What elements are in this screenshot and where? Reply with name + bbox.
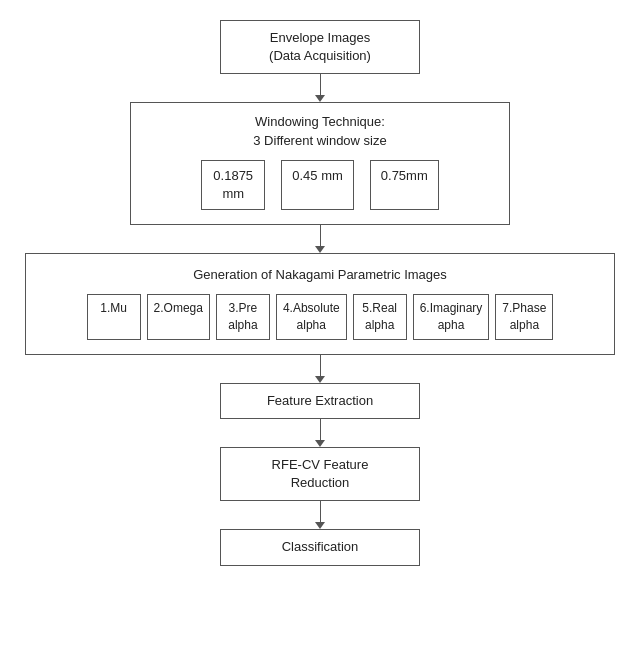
feature-extraction-label: Feature Extraction (267, 393, 373, 408)
arrow-3 (315, 355, 325, 383)
arrow-head (315, 246, 325, 253)
arrow-1 (315, 74, 325, 102)
param-boxes: 1.Mu 2.Omega 3.Prealpha 4.Absolutealpha … (87, 294, 554, 340)
arrow-head (315, 522, 325, 529)
param-pre-alpha: 3.Prealpha (216, 294, 270, 340)
arrow-head (315, 376, 325, 383)
window-size-3: 0.75mm (370, 160, 439, 210)
arrow-2 (315, 225, 325, 253)
param-real-alpha: 5.Realalpha (353, 294, 407, 340)
rfe-label: RFE-CV FeatureReduction (272, 457, 369, 490)
classification-label: Classification (282, 539, 359, 554)
arrow-line (320, 225, 321, 246)
arrow-4 (315, 419, 325, 447)
window-sizes: 0.1875mm 0.45 mm 0.75mm (201, 160, 439, 210)
arrow-5 (315, 501, 325, 529)
classification-box: Classification (220, 529, 420, 565)
flowchart: Envelope Images (Data Acquisition) Windo… (20, 20, 620, 566)
windowing-title: Windowing Technique: 3 Different window … (253, 113, 386, 149)
param-omega: 2.Omega (147, 294, 210, 340)
window-size-1: 0.1875mm (201, 160, 265, 210)
param-phase-alpha: 7.Phasealpha (495, 294, 553, 340)
envelope-images-sub: (Data Acquisition) (269, 48, 371, 63)
windowing-box: Windowing Technique: 3 Different window … (130, 102, 510, 225)
windowing-title-line1: Windowing Technique: (255, 114, 385, 129)
windowing-title-line2: 3 Different window size (253, 133, 386, 148)
feature-extraction-box: Feature Extraction (220, 383, 420, 419)
envelope-images-label: Envelope Images (270, 30, 370, 45)
param-absolute-alpha: 4.Absolutealpha (276, 294, 347, 340)
nakagami-title: Generation of Nakagami Parametric Images (193, 266, 447, 284)
arrow-line (320, 419, 321, 440)
window-size-2: 0.45 mm (281, 160, 354, 210)
arrow-line (320, 355, 321, 376)
rfe-box: RFE-CV FeatureReduction (220, 447, 420, 501)
envelope-images-box: Envelope Images (Data Acquisition) (220, 20, 420, 74)
nakagami-box: Generation of Nakagami Parametric Images… (25, 253, 615, 355)
param-imaginary-alpha: 6.Imaginaryapha (413, 294, 490, 340)
arrow-head (315, 440, 325, 447)
arrow-line (320, 74, 321, 95)
arrow-line (320, 501, 321, 522)
param-mu: 1.Mu (87, 294, 141, 340)
arrow-head (315, 95, 325, 102)
